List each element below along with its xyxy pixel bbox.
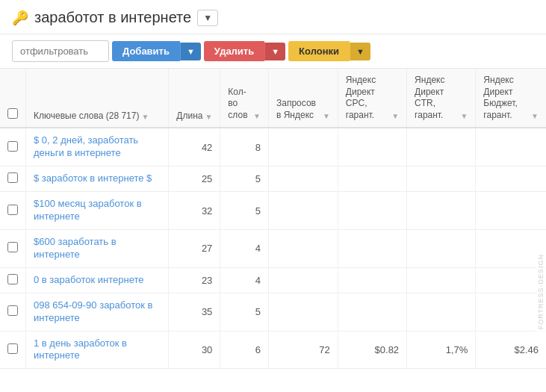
row-checkbox[interactable] xyxy=(7,242,18,252)
header-keyword[interactable]: Ключевые слова (28 717) ▼ xyxy=(26,69,169,128)
columns-button[interactable]: Колонки xyxy=(288,41,350,61)
columns-button-group: Колонки ▼ xyxy=(288,41,370,61)
page-wrapper: 🔑 заработот в интернете ▼ Добавить ▼ Уда… xyxy=(0,0,546,392)
delete-button-group: Удалить ▼ xyxy=(204,41,285,61)
yandex-requests-cell xyxy=(268,267,338,293)
yandex-cpc-cell xyxy=(338,192,406,230)
table-row: $100 месяц заработок в интернете325 xyxy=(0,192,546,230)
row-checkbox-cell xyxy=(0,331,26,369)
header-yandex-cpc[interactable]: Яндекс Директ CPC, гарант. ▼ xyxy=(338,69,406,128)
header-yandex-cpc-label: Яндекс Директ CPC, гарант. xyxy=(346,75,389,121)
header-word-count[interactable]: Кол-во слов ▼ xyxy=(220,69,269,128)
yandex-budget-cell: $2.46 xyxy=(476,331,546,369)
keyword-cell[interactable]: $600 заработать в интернете xyxy=(26,229,169,267)
keyword-sort-icon: ▼ xyxy=(141,113,149,121)
keyword-cell[interactable]: 1 в день заработок в интернете xyxy=(26,331,169,369)
length-cell: 30 xyxy=(169,331,220,369)
page-title: заработот в интернете xyxy=(34,9,191,26)
header-yandex-budget[interactable]: Яндекс Директ Бюджет, гарант. ▼ xyxy=(476,69,546,128)
word-count-cell: 5 xyxy=(220,167,269,192)
header-yandex-requests[interactable]: Запросов в Яндекс ▼ xyxy=(268,69,338,128)
yandex-requests-cell: 72 xyxy=(268,331,338,369)
table-row: $ 0, 2 дней, заработать деньги в интерне… xyxy=(0,128,546,166)
yandex-cpc-sort-icon: ▼ xyxy=(391,111,399,121)
table-row: 098 654-09-90 заработок в интернете355 xyxy=(0,293,546,331)
row-checkbox-cell xyxy=(0,267,26,293)
header-checkbox-cell xyxy=(0,69,26,128)
length-cell: 35 xyxy=(169,293,220,331)
keyword-cell[interactable]: $100 месяц заработок в интернете xyxy=(26,192,169,230)
table-header-row: Ключевые слова (28 717) ▼ Длина ▼ Кол-во… xyxy=(0,69,546,128)
yandex-requests-cell xyxy=(268,229,338,267)
add-dropdown-button[interactable]: ▼ xyxy=(180,43,201,60)
keyword-cell[interactable]: $ 0, 2 дней, заработать деньги в интерне… xyxy=(26,128,169,166)
yandex-ctr-cell xyxy=(407,267,476,293)
yandex-ctr-cell xyxy=(407,192,476,230)
delete-button[interactable]: Удалить xyxy=(204,41,264,61)
length-cell: 32 xyxy=(169,192,220,230)
yandex-cpc-cell xyxy=(338,167,406,192)
word-count-sort-icon: ▼ xyxy=(253,111,261,121)
header-word-count-label: Кол-во слов xyxy=(228,87,251,122)
page-header: 🔑 заработот в интернете ▼ xyxy=(0,0,546,34)
length-cell: 42 xyxy=(169,128,220,166)
header-yandex-budget-label: Яндекс Директ Бюджет, гарант. xyxy=(483,75,529,121)
yandex-cpc-cell xyxy=(338,267,406,293)
row-checkbox-cell xyxy=(0,293,26,331)
row-checkbox[interactable] xyxy=(7,343,18,354)
word-count-cell: 8 xyxy=(220,128,269,166)
yandex-cpc-cell xyxy=(338,293,406,331)
length-sort-icon: ▼ xyxy=(205,113,212,121)
columns-dropdown-button[interactable]: ▼ xyxy=(350,43,370,60)
row-checkbox-cell xyxy=(0,229,26,267)
yandex-cpc-cell: $0.82 xyxy=(338,331,406,369)
table-row: $600 заработать в интернете274 xyxy=(0,229,546,267)
length-cell: 27 xyxy=(169,229,220,267)
row-checkbox[interactable] xyxy=(7,274,18,284)
yandex-requests-cell xyxy=(268,192,338,230)
select-all-checkbox[interactable] xyxy=(7,108,18,119)
yandex-budget-cell xyxy=(476,167,546,192)
word-count-cell: 4 xyxy=(220,229,269,267)
word-count-cell: 5 xyxy=(220,192,269,230)
yandex-ctr-sort-icon: ▼ xyxy=(460,111,468,121)
row-checkbox[interactable] xyxy=(7,141,18,152)
table-container: Ключевые слова (28 717) ▼ Длина ▼ Кол-во… xyxy=(0,69,546,369)
filter-input[interactable] xyxy=(12,40,109,62)
row-checkbox[interactable] xyxy=(7,172,18,183)
yandex-ctr-cell xyxy=(407,293,476,331)
word-count-cell: 5 xyxy=(220,293,269,331)
keyword-cell[interactable]: $ заработок в интернете $ xyxy=(26,167,169,192)
table-row: $ заработок в интернете $255 xyxy=(0,167,546,192)
keyword-cell[interactable]: 098 654-09-90 заработок в интернете xyxy=(26,293,169,331)
add-button-group: Добавить ▼ xyxy=(112,41,201,61)
yandex-budget-cell xyxy=(476,192,546,230)
yandex-ctr-cell: 1,7% xyxy=(407,331,476,369)
header-length-label: Длина xyxy=(176,111,202,121)
row-checkbox[interactable] xyxy=(7,205,18,215)
yandex-requests-cell xyxy=(268,293,338,331)
yandex-ctr-cell xyxy=(407,128,476,166)
yandex-cpc-cell xyxy=(338,128,406,166)
header-length[interactable]: Длина ▼ xyxy=(169,69,220,128)
header-yandex-ctr[interactable]: Яндекс Директ CTR, гарант. ▼ xyxy=(407,69,476,128)
toolbar: Добавить ▼ Удалить ▼ Колонки ▼ xyxy=(0,34,546,69)
word-count-cell: 6 xyxy=(220,331,269,369)
add-button[interactable]: Добавить xyxy=(112,41,180,61)
yandex-ctr-cell xyxy=(407,229,476,267)
keyword-cell[interactable]: 0 в заработок интернете xyxy=(26,267,169,293)
delete-dropdown-button[interactable]: ▼ xyxy=(264,43,285,60)
yandex-cpc-cell xyxy=(338,229,406,267)
yandex-requests-cell xyxy=(268,167,338,192)
header-yandex-ctr-label: Яндекс Директ CTR, гарант. xyxy=(415,75,458,121)
watermark: FORTRESS-DESIGN xyxy=(536,251,546,332)
row-checkbox-cell xyxy=(0,167,26,192)
length-cell: 25 xyxy=(169,167,220,192)
row-checkbox[interactable] xyxy=(7,305,18,316)
yandex-budget-sort-icon: ▼ xyxy=(531,111,539,121)
header-keyword-label: Ключевые слова (28 717) xyxy=(34,111,139,121)
title-dropdown-button[interactable]: ▼ xyxy=(197,10,218,26)
yandex-ctr-cell xyxy=(407,167,476,192)
table-row: 0 в заработок интернете234 xyxy=(0,267,546,293)
header-yandex-requests-label: Запросов в Яндекс xyxy=(276,98,320,121)
